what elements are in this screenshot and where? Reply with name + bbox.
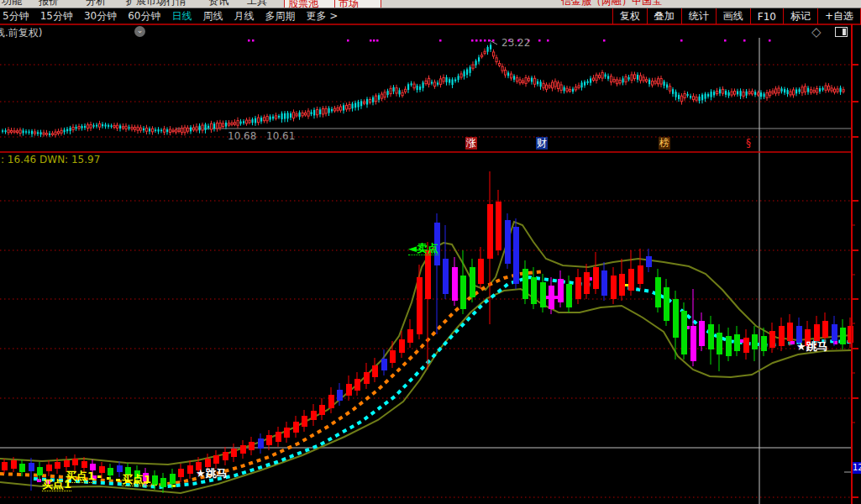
annotation-卖点: ◄卖点 [408, 243, 438, 254]
annotation-买点1: 买点1 [122, 474, 151, 485]
annotation-★跳马: ★跳马 [196, 468, 228, 479]
window-split-icon[interactable] [835, 27, 848, 37]
overview-peak-price: 23.22 [501, 37, 530, 49]
chart-title-fragment: 线.前复权) [0, 26, 43, 40]
chevron-down-icon[interactable]: ⌄ [134, 26, 145, 37]
overview-price-a: 10.68 [228, 130, 256, 142]
watermark-char-0: 涨 [465, 137, 477, 150]
overview-price-b: 10.61 [266, 130, 295, 142]
indicator-values: : 16.46 DWN: 15.97 [1, 154, 100, 165]
watermark-char-3: § [743, 137, 754, 150]
diamond-icon[interactable]: ◇ [811, 24, 822, 39]
annotation-买点1: 买点1 [66, 470, 95, 481]
annotation-★跳马: ★跳马 [796, 341, 828, 352]
app-window: 功能报价分析扩展市场行情资讯工具股票池市场信金服（两融）中国宝 5分钟15分钟3… [0, 0, 861, 504]
watermark-char-1: 财 [536, 137, 548, 150]
watermark-char-2: 榜 [659, 137, 670, 150]
axis-price-badge: 12 [853, 462, 861, 474]
